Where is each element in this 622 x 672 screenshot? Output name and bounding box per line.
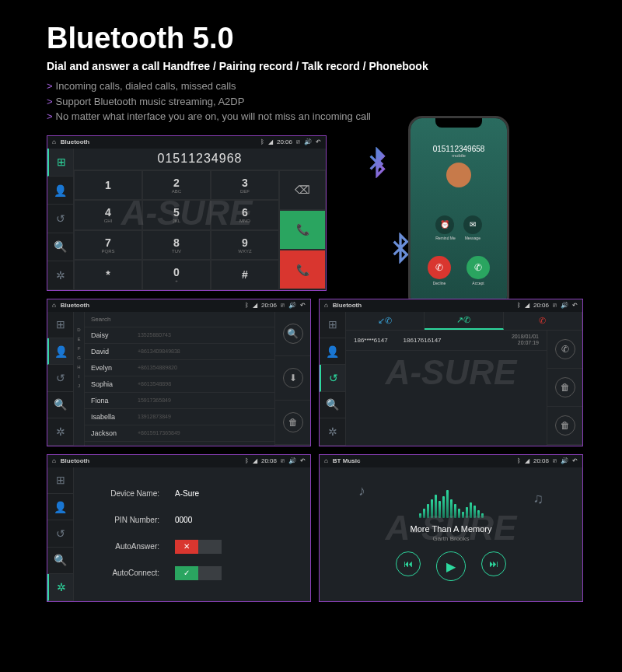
sidebar-calllog[interactable]: ↺ <box>320 365 345 391</box>
device-name-label: Device Name: <box>82 489 175 498</box>
caller-avatar <box>446 163 471 187</box>
settings-panel: ⌂ Bluetooth ᛒ◢20:08⎚🔊↶ ⊞ 👤 ↺ 🔍 ✲ Device … <box>47 454 311 602</box>
page-subtitle: Dial and answer a call Handfree / Pairin… <box>47 60 583 72</box>
sidebar-search[interactable]: 🔍 <box>320 392 345 418</box>
volume-icon[interactable]: 🔊 <box>304 138 312 145</box>
accept-button[interactable]: ✆ <box>466 256 490 279</box>
dial-key-0[interactable]: 0+ <box>142 260 211 290</box>
auto-answer-toggle[interactable]: ✕ <box>175 540 222 554</box>
sidebar-dialpad[interactable]: ⊞ <box>47 312 73 338</box>
sidebar-dialpad[interactable]: ⊞ <box>320 312 345 338</box>
auto-connect-toggle[interactable]: ✓ <box>175 566 222 580</box>
remind-button[interactable]: ⏰ <box>435 215 454 234</box>
sidebar-calllog[interactable]: ↺ <box>47 205 73 233</box>
backspace-button[interactable]: ⌫ <box>279 170 326 210</box>
contacts-panel: ⌂ Bluetooth ᛒ◢20:06⎚🔊↶ ⊞ 👤 ↺ 🔍 ✲ DEFGHIJ… <box>47 299 311 446</box>
sidebar-settings[interactable]: ✲ <box>47 261 73 289</box>
incoming-number: 015112349658 <box>433 145 485 153</box>
home-icon[interactable]: ⌂ <box>324 457 328 464</box>
contact-row[interactable]: Fiona15917365849 <box>85 393 274 409</box>
contact-row[interactable]: David+8613409849838 <box>85 344 274 360</box>
contact-row[interactable]: Jackson+8615917365849 <box>85 425 274 442</box>
home-icon[interactable]: ⌂ <box>52 138 56 145</box>
music-visualizer <box>404 487 498 518</box>
sidebar-contacts[interactable]: 👤 <box>47 177 73 205</box>
sidebar-settings[interactable]: ✲ <box>47 418 73 445</box>
music-panel: A-SURE ⌂ BT Music ᛒ◢20:08⎚🔊↶ ♪ ♫ More Th… <box>319 454 583 602</box>
sidebar-settings[interactable]: ✲ <box>47 574 73 600</box>
dial-key-9[interactable]: 9WXYZ <box>211 230 279 261</box>
search-input[interactable]: Search <box>85 312 274 327</box>
phone-mockup: 015112349658 mobile ⏰ Remind Me ✉ Messag… <box>408 116 509 310</box>
dial-key-4[interactable]: 4GHI <box>74 200 142 230</box>
sidebar-calllog[interactable]: ↺ <box>47 365 73 391</box>
home-icon[interactable]: ⌂ <box>52 302 56 309</box>
delete-all-button[interactable]: 🗑 <box>547 407 582 445</box>
delete-button[interactable]: 🗑 <box>547 369 582 407</box>
message-button[interactable]: ✉ <box>463 215 482 234</box>
play-button[interactable]: ▶ <box>436 551 466 581</box>
call-button[interactable]: 📞 <box>279 210 326 250</box>
sidebar-search[interactable]: 🔍 <box>47 392 73 418</box>
dialer-panel: A-SURE ⌂ Bluetooth ᛒ ◢ 20:06 ⎚ 🔊 ↶ ⊞ 👤 ↺… <box>47 135 327 291</box>
sidebar-search[interactable]: 🔍 <box>47 548 73 574</box>
back-icon[interactable]: ↶ <box>316 138 321 145</box>
contact-row[interactable]: Isabella13912873849 <box>85 409 274 425</box>
sidebar-contacts[interactable]: 👤 <box>47 338 73 365</box>
page-title: Bluetooth 5.0 <box>47 22 583 55</box>
outgoing-tab[interactable]: ↗✆ <box>425 312 503 330</box>
contact-row[interactable]: Sophia+8613548898 <box>85 376 274 393</box>
sidebar-contacts[interactable]: 👤 <box>47 494 73 520</box>
camera-icon[interactable]: ⎚ <box>296 138 300 145</box>
dial-key-2[interactable]: 2ABC <box>142 170 211 201</box>
sidebar-dialpad[interactable]: ⊞ <box>47 149 73 177</box>
wifi-icon: ◢ <box>268 138 273 145</box>
music-note-icon: ♫ <box>533 491 544 507</box>
auto-connect-label: AutoConnect: <box>82 569 175 577</box>
auto-answer-label: AutoAnswer: <box>82 542 175 551</box>
call-entry[interactable]: 186****6147 18617616147 2018/01/0120:07:… <box>346 331 547 351</box>
sidebar-calllog[interactable]: ↺ <box>47 520 73 547</box>
status-bar: ⌂ Bluetooth ᛒ ◢ 20:06 ⎚ 🔊 ↶ <box>47 136 326 149</box>
next-track-button[interactable]: ⏭ <box>481 551 506 576</box>
dial-display: 01511234968 <box>74 149 326 170</box>
call-button[interactable]: ✆ <box>547 331 582 369</box>
device-name-value: A-Sure <box>175 489 199 498</box>
end-call-button[interactable]: 📞 <box>279 250 326 289</box>
pin-label: PIN Number: <box>82 516 175 524</box>
dial-key-6[interactable]: 6MNO <box>211 200 279 230</box>
calllog-panel: A-SURE ⌂ Bluetooth ᛒ◢20:06⎚🔊↶ ⊞ 👤 ↺ 🔍 ✲ … <box>319 299 583 446</box>
download-button[interactable]: ⬇ <box>275 356 310 401</box>
sidebar-settings[interactable]: ✲ <box>320 418 345 445</box>
sidebar-contacts[interactable]: 👤 <box>320 338 345 365</box>
dial-key-7[interactable]: 7PQRS <box>74 230 142 261</box>
dial-key-#[interactable]: # <box>211 260 279 290</box>
music-note-icon: ♪ <box>358 483 365 499</box>
dial-key-5[interactable]: 5JKL <box>142 200 211 230</box>
dial-key-8[interactable]: 8TUV <box>142 230 211 261</box>
incoming-tab[interactable]: ↙✆ <box>346 312 425 330</box>
home-icon[interactable]: ⌂ <box>52 457 56 464</box>
missed-tab[interactable]: ✆ <box>504 312 582 330</box>
sidebar: ⊞ 👤 ↺ 🔍 ✲ <box>47 149 74 290</box>
dial-key-*[interactable]: * <box>74 260 142 290</box>
contact-row[interactable]: Evelyn+861354889820 <box>85 360 274 376</box>
home-icon[interactable]: ⌂ <box>324 302 328 309</box>
prev-track-button[interactable]: ⏮ <box>396 551 421 576</box>
dial-key-1[interactable]: 1 <box>74 170 142 201</box>
track-title: More Than A Memory <box>411 524 492 534</box>
sidebar-dialpad[interactable]: ⊞ <box>47 467 73 494</box>
bluetooth-icon: ᛒ <box>260 138 264 145</box>
contact-row[interactable]: Daisy13525880743 <box>85 327 274 344</box>
dial-key-3[interactable]: 3DEF <box>211 170 279 201</box>
search-button[interactable]: 🔍 <box>275 312 310 356</box>
decline-button[interactable]: ✆ <box>428 256 451 279</box>
sidebar-search[interactable]: 🔍 <box>47 233 73 261</box>
track-artist: Garth Brooks <box>432 535 469 542</box>
pin-value: 0000 <box>175 516 192 524</box>
delete-button[interactable]: 🗑 <box>275 401 310 445</box>
bluetooth-icon <box>358 143 397 182</box>
